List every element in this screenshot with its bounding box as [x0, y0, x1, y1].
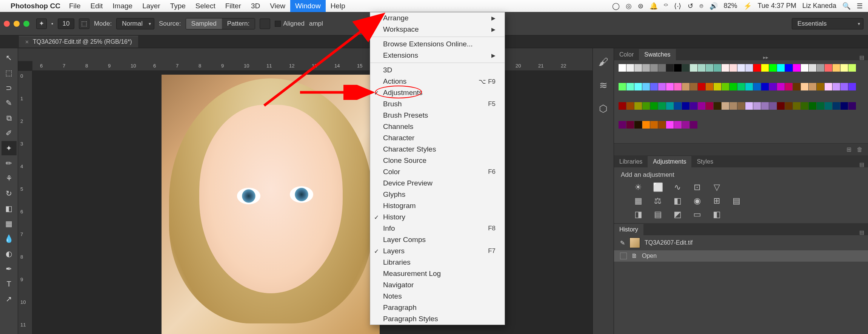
- battery-icon[interactable]: ⚡: [743, 2, 752, 10]
- timemachine-icon[interactable]: ↺: [688, 2, 693, 10]
- swatch[interactable]: [626, 83, 634, 90]
- history-snapshot-row[interactable]: ✎ TQ3A2607-Edit.tif: [614, 235, 868, 250]
- swatch[interactable]: [817, 83, 824, 90]
- menu-file[interactable]: File: [64, 0, 86, 12]
- swatch[interactable]: [753, 64, 761, 72]
- swatch[interactable]: [642, 64, 650, 72]
- swatch[interactable]: [682, 121, 689, 129]
- libraries-tab[interactable]: Libraries: [614, 156, 648, 167]
- swatch[interactable]: [769, 83, 777, 90]
- exposure-adjustment-icon[interactable]: ⊡: [691, 182, 703, 192]
- menu-item-3d[interactable]: 3D: [370, 64, 505, 76]
- menu-item-workspace[interactable]: Workspace▶: [370, 24, 505, 35]
- menu-item-paragraph-styles[interactable]: Paragraph Styles: [370, 313, 505, 325]
- brush-tool-icon[interactable]: ✏: [2, 156, 17, 170]
- menu-item-clone-source[interactable]: Clone Source: [370, 155, 505, 166]
- swatch[interactable]: [634, 102, 642, 110]
- gradient-map-adjustment-icon[interactable]: ▭: [691, 210, 703, 219]
- swatch[interactable]: [777, 102, 785, 110]
- menu-item-channels[interactable]: Channels: [370, 121, 505, 132]
- swatch[interactable]: [848, 83, 856, 90]
- swatch[interactable]: [626, 121, 634, 129]
- swatch[interactable]: [634, 83, 642, 90]
- delete-swatch-icon[interactable]: 🗑: [857, 146, 863, 153]
- swatch[interactable]: [674, 121, 682, 129]
- history-brush-source-icon[interactable]: ✎: [620, 239, 625, 247]
- swatch[interactable]: [706, 102, 713, 110]
- menu-item-color[interactable]: ColorF6: [370, 166, 505, 178]
- swatch[interactable]: [666, 64, 674, 72]
- swatch[interactable]: [793, 102, 800, 110]
- swatch[interactable]: [753, 102, 761, 110]
- brush-panel-icon[interactable]: 🖌: [597, 55, 610, 69]
- user-name[interactable]: Liz Kaneda: [802, 2, 836, 10]
- invert-adjustment-icon[interactable]: ◨: [632, 210, 644, 219]
- menu-item-paragraph[interactable]: Paragraph: [370, 302, 505, 313]
- swatch[interactable]: [674, 64, 682, 72]
- swatch[interactable]: [690, 121, 697, 129]
- lasso-tool-icon[interactable]: ⊃: [2, 81, 17, 95]
- swatch[interactable]: [722, 102, 729, 110]
- swatch[interactable]: [714, 64, 721, 72]
- swatch[interactable]: [761, 83, 769, 90]
- menu-item-brush[interactable]: BrushF5: [370, 98, 505, 110]
- close-tab-icon[interactable]: ✕: [25, 39, 29, 45]
- swatch[interactable]: [698, 102, 705, 110]
- source-pattern[interactable]: Pattern:: [222, 18, 255, 29]
- swatch[interactable]: [690, 102, 697, 110]
- swatch[interactable]: [737, 83, 745, 90]
- swatch[interactable]: [809, 64, 816, 72]
- selective-color-adjustment-icon[interactable]: ◧: [711, 210, 723, 219]
- menu-filter[interactable]: Filter: [220, 0, 246, 12]
- menu-image[interactable]: Image: [108, 0, 137, 12]
- spotlight-icon[interactable]: 🔍: [842, 2, 851, 10]
- swatch[interactable]: [745, 83, 753, 90]
- vertical-ruler[interactable]: 01234567891011: [18, 71, 32, 334]
- menu-3d[interactable]: 3D: [246, 0, 265, 12]
- quick-select-tool-icon[interactable]: ✎: [2, 96, 17, 110]
- menu-item-libraries[interactable]: Libraries: [370, 257, 505, 268]
- swatch[interactable]: [809, 102, 816, 110]
- volume-icon[interactable]: 🔊: [709, 2, 718, 10]
- swatch[interactable]: [626, 102, 634, 110]
- swatch[interactable]: [825, 102, 832, 110]
- adjustments-tab[interactable]: Adjustments: [648, 156, 691, 167]
- menu-item-layer-comps[interactable]: Layer Comps: [370, 234, 505, 245]
- history-brush-tool-icon[interactable]: ↻: [2, 186, 17, 201]
- menu-item-info[interactable]: InfoF8: [370, 223, 505, 234]
- swatch[interactable]: [809, 83, 816, 90]
- menu-icon[interactable]: ☰: [857, 2, 863, 10]
- swatch[interactable]: [729, 83, 737, 90]
- menu-window[interactable]: Window: [290, 0, 326, 12]
- swatch[interactable]: [650, 102, 658, 110]
- swatch[interactable]: [777, 83, 785, 90]
- swatch[interactable]: [848, 64, 856, 72]
- menu-select[interactable]: Select: [191, 0, 220, 12]
- brush-size-field[interactable]: 10: [58, 18, 74, 29]
- panel-menu-icon[interactable]: ▤: [856, 161, 868, 167]
- panel-collapse-icon[interactable]: ▸▸: [759, 54, 772, 60]
- bluetooth-icon[interactable]: ⌾: [699, 2, 703, 10]
- menu-layer[interactable]: Layer: [137, 0, 165, 12]
- panel-menu-icon[interactable]: ▤: [856, 229, 868, 235]
- swatch[interactable]: [801, 83, 808, 90]
- swatch[interactable]: [722, 83, 729, 90]
- crop-tool-icon[interactable]: ⧉: [2, 111, 17, 125]
- swatch[interactable]: [690, 83, 697, 90]
- levels-adjustment-icon[interactable]: ⬜: [652, 182, 664, 192]
- pen-tool-icon[interactable]: ✒: [2, 262, 17, 276]
- swatch[interactable]: [619, 64, 626, 72]
- swatch[interactable]: [833, 64, 840, 72]
- swatch[interactable]: [682, 64, 689, 72]
- swatch[interactable]: [682, 83, 689, 90]
- menu-item-glyphs[interactable]: Glyphs: [370, 189, 505, 200]
- swatch[interactable]: [840, 64, 848, 72]
- pattern-picker[interactable]: [260, 18, 270, 29]
- swatch[interactable]: [658, 102, 666, 110]
- menu-item-browse-extensions-online-[interactable]: Browse Extensions Online...: [370, 38, 505, 50]
- swatch[interactable]: [833, 83, 840, 90]
- swatch[interactable]: [825, 83, 832, 90]
- new-swatch-icon[interactable]: ⊞: [846, 146, 851, 153]
- swatch[interactable]: [619, 83, 626, 90]
- menu-help[interactable]: Help: [326, 0, 350, 12]
